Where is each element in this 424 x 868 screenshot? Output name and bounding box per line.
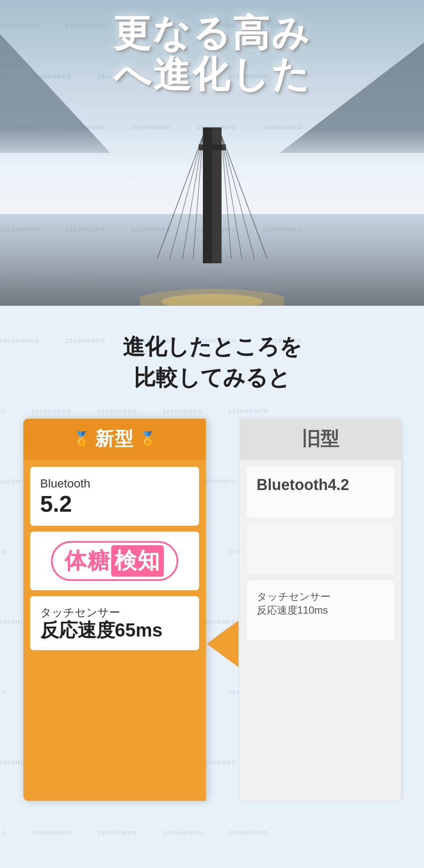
hero-section: 2020HONPO2020HONPO2020HONPO2020HONPO2020… xyxy=(0,0,424,306)
new-touch-block: タッチセンサー 反応速度65ms xyxy=(30,596,199,650)
new-bluetooth-value: 5.2 xyxy=(40,491,189,516)
old-model-header: 旧型 xyxy=(240,419,401,460)
new-taitou-block: 体糖検知 xyxy=(30,532,199,590)
old-empty-block xyxy=(247,524,394,575)
old-model-body: Bluetooth4.2 タッチセンサー 反応速度110ms xyxy=(240,460,401,647)
old-touch-label: タッチセンサー xyxy=(257,590,384,603)
new-touch-label: タッチセンサー xyxy=(40,606,189,620)
hero-title-line2: へ進化した xyxy=(0,54,424,95)
comparison-arrow-container xyxy=(206,487,240,801)
old-model-card: 旧型 Bluetooth4.2 タッチセンサー 反応速度110ms xyxy=(240,419,401,801)
taitou-char1: 体糖 xyxy=(65,546,110,576)
old-bluetooth-block: Bluetooth4.2 xyxy=(247,467,394,518)
section-title-line2: 比較してみると xyxy=(13,362,411,393)
old-touch-block: タッチセンサー 反応速度110ms xyxy=(247,581,394,640)
new-bluetooth-label: Bluetooth xyxy=(40,476,189,491)
bridge-svg xyxy=(140,102,284,306)
new-model-header: 🏅 新型 🏅 xyxy=(23,419,206,460)
old-touch-value: 反応速度110ms xyxy=(257,603,384,617)
comparison-arrow xyxy=(207,620,239,667)
new-model-body: Bluetooth 5.2 体糖検知 タッチセンサー 反応速度65ms xyxy=(23,460,206,657)
svg-line-9 xyxy=(222,136,242,259)
svg-line-5 xyxy=(183,136,203,259)
svg-line-3 xyxy=(157,136,203,259)
svg-rect-2 xyxy=(199,144,226,150)
cards-container: 🏅 新型 🏅 Bluetooth 5.2 体糖検知 タッチ xyxy=(13,419,411,801)
hero-title: 更なる高み へ進化した xyxy=(0,13,424,95)
svg-line-7 xyxy=(222,136,267,259)
new-model-title: 新型 xyxy=(95,426,134,451)
laurel-left-icon: 🏅 xyxy=(73,431,90,447)
new-touch-value: 反応速度65ms xyxy=(40,620,189,640)
new-model-card: 🏅 新型 🏅 Bluetooth 5.2 体糖検知 タッチ xyxy=(23,419,206,801)
bridge-container xyxy=(140,102,284,306)
taitou-char2: 検知 xyxy=(111,545,164,577)
section-title-line1: 進化したところを xyxy=(13,331,411,362)
new-taitou-text: 体糖検知 xyxy=(51,541,178,581)
laurel-right-icon: 🏅 xyxy=(139,431,156,447)
new-bluetooth-block: Bluetooth 5.2 xyxy=(30,467,199,526)
comparison-section: 2020HONPO2020HONPO2020HONPO2020HONPO2020… xyxy=(0,306,424,868)
old-bluetooth-value: Bluetooth4.2 xyxy=(257,476,384,494)
hero-title-container: 更なる高み へ進化した xyxy=(0,13,424,95)
section-title: 進化したところを 比較してみると xyxy=(13,331,411,393)
hero-title-line1: 更なる高み xyxy=(0,13,424,54)
old-model-title: 旧型 xyxy=(302,426,339,451)
